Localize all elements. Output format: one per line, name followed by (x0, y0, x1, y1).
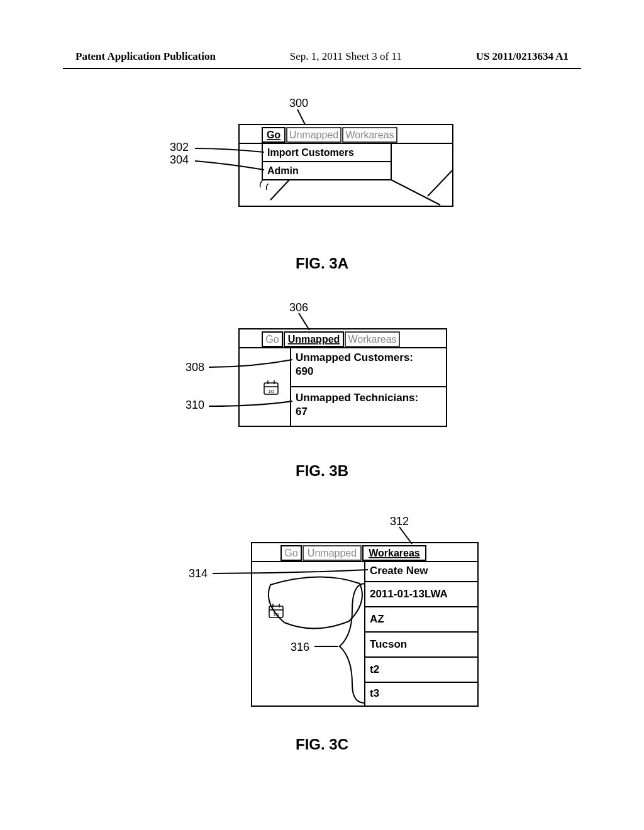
unmapped-technicians-label: Unmapped Technicians: (296, 392, 418, 404)
fig-3a-caption: FIG. 3A (0, 255, 644, 272)
tab-workareas[interactable]: Workareas (348, 334, 396, 345)
workarea-item-1[interactable]: AZ (370, 613, 384, 625)
figure-3a: 302 304 300 Go Unmapped Workareas Import… (0, 94, 644, 272)
header-left: Patent Application Publication (75, 50, 216, 63)
tab-workareas[interactable]: Workareas (369, 548, 420, 558)
header-right: US 2011/0213634 A1 (476, 50, 569, 63)
workarea-item-4[interactable]: t3 (370, 687, 379, 699)
callout-302: 302 (170, 141, 189, 153)
header-rule (63, 68, 581, 69)
tab-go[interactable]: Go (267, 130, 280, 140)
menu-admin[interactable]: Admin (267, 165, 299, 176)
tab-go[interactable]: Go (284, 548, 297, 558)
unmapped-technicians-value: 67 (296, 406, 308, 418)
callout-312: 312 (390, 515, 409, 528)
figure-3c: 312 314 316 Go Unmapped Workareas Create… (0, 509, 644, 753)
svg-text:10: 10 (269, 389, 274, 394)
callout-306: 306 (289, 301, 308, 314)
callout-308: 308 (186, 361, 204, 374)
callout-300: 300 (289, 97, 308, 109)
tab-unmapped[interactable]: Unmapped (288, 334, 340, 345)
callout-304: 304 (170, 153, 189, 166)
workarea-item-2[interactable]: Tucson (370, 638, 407, 650)
figure-3b: 306 308 310 Go Unmapped Workareas Unmapp… (0, 296, 644, 480)
callout-314: 314 (189, 567, 208, 580)
svg-text:10: 10 (274, 612, 279, 617)
workarea-item-0[interactable]: 2011-01-13LWA (370, 588, 448, 600)
unmapped-customers-value: 690 (296, 365, 313, 377)
calendar-icon: 10 (269, 604, 283, 617)
menu-create-new[interactable]: Create New (370, 565, 428, 577)
menu-import-customers[interactable]: Import Customers (267, 147, 354, 158)
tab-unmapped[interactable]: Unmapped (308, 548, 357, 558)
unmapped-customers-label: Unmapped Customers: (296, 351, 413, 363)
fig-3c-caption: FIG. 3C (0, 736, 644, 753)
fig-3b-caption: FIG. 3B (0, 462, 644, 480)
svg-rect-24 (365, 562, 478, 706)
patent-header: Patent Application Publication Sep. 1, 2… (0, 50, 644, 63)
callout-310: 310 (186, 399, 204, 411)
callout-316: 316 (291, 641, 309, 653)
tab-unmapped[interactable]: Unmapped (289, 130, 338, 140)
workarea-item-3[interactable]: t2 (370, 663, 379, 675)
calendar-icon: 10 (264, 380, 278, 394)
tab-go[interactable]: Go (265, 334, 279, 345)
tab-workareas[interactable]: Workareas (345, 130, 394, 140)
header-center: Sep. 1, 2011 Sheet 3 of 11 (290, 50, 402, 63)
